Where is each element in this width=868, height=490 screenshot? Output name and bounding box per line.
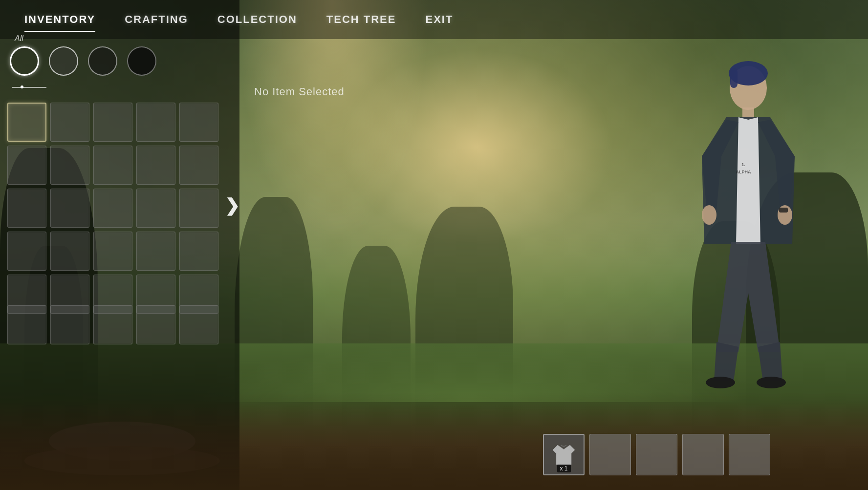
character-area: 1. ALPHA <box>648 49 819 391</box>
filter-active-underline <box>12 87 46 88</box>
nav-exit[interactable]: EXIT <box>411 8 468 31</box>
inv-slot-6[interactable] <box>50 146 89 185</box>
inv-slot-18[interactable] <box>136 232 175 271</box>
inv-slot-12[interactable] <box>93 189 132 228</box>
inv-slot-29[interactable] <box>179 305 218 344</box>
no-item-selected: No Item Selected <box>254 85 345 98</box>
svg-rect-2 <box>730 68 738 88</box>
equip-slot-count: x 1 <box>557 465 570 472</box>
equip-slot-main[interactable]: x 1 <box>543 434 585 475</box>
inv-slot-0[interactable] <box>7 103 46 142</box>
svg-text:ALPHA: ALPHA <box>736 170 751 174</box>
svg-text:1.: 1. <box>741 162 745 167</box>
inv-slot-2[interactable] <box>93 103 132 142</box>
inv-slot-4[interactable] <box>179 103 218 142</box>
inv-slot-8[interactable] <box>136 146 175 185</box>
filter-circle-all[interactable] <box>10 46 39 76</box>
svg-point-7 <box>757 377 786 388</box>
filter-circle-4[interactable] <box>127 46 156 76</box>
inv-slot-26[interactable] <box>50 305 89 344</box>
nav-collection[interactable]: COLLECTION <box>203 8 312 31</box>
equip-slot-5[interactable] <box>729 434 770 475</box>
next-page-arrow[interactable]: ❯ <box>225 195 239 216</box>
shirt-icon <box>550 443 577 467</box>
nav-inventory[interactable]: INVENTORY <box>10 8 110 31</box>
inv-slot-10[interactable] <box>7 189 46 228</box>
inv-slot-17[interactable] <box>93 232 132 271</box>
inv-slot-1[interactable] <box>50 103 89 142</box>
filter-active-dot <box>21 85 23 88</box>
filter-circle-3[interactable] <box>88 46 117 76</box>
inv-slot-14[interactable] <box>179 189 218 228</box>
bottom-slots: x 1 <box>543 434 770 475</box>
svg-rect-8 <box>779 208 788 213</box>
inv-slot-16[interactable] <box>50 232 89 271</box>
inv-slot-11[interactable] <box>50 189 89 228</box>
inv-slot-5[interactable] <box>7 146 46 185</box>
inventory-grid <box>7 103 218 314</box>
inventory-grid-extra <box>7 305 218 344</box>
svg-point-4 <box>702 205 716 225</box>
filter-circle-2[interactable] <box>49 46 78 76</box>
inv-slot-28[interactable] <box>136 305 175 344</box>
inv-slot-15[interactable] <box>7 232 46 271</box>
inv-slot-19[interactable] <box>179 232 218 271</box>
nav-tech-tree[interactable]: TECH TREE <box>312 8 411 31</box>
inv-slot-3[interactable] <box>136 103 175 142</box>
equip-slot-3[interactable] <box>636 434 677 475</box>
equip-slot-4[interactable] <box>682 434 724 475</box>
character-silhouette: 1. ALPHA <box>663 59 819 391</box>
inv-slot-25[interactable] <box>7 305 46 344</box>
filter-row: All <box>10 46 156 76</box>
inv-slot-13[interactable] <box>136 189 175 228</box>
inv-slot-27[interactable] <box>93 305 132 344</box>
filter-all-label: All <box>15 34 23 43</box>
equip-slot-2[interactable] <box>589 434 631 475</box>
nav-bar: INVENTORY CRAFTING COLLECTION TECH TREE … <box>0 0 868 39</box>
inv-slot-7[interactable] <box>93 146 132 185</box>
nav-crafting[interactable]: CRAFTING <box>110 8 203 31</box>
svg-point-6 <box>706 377 735 388</box>
inv-slot-9[interactable] <box>179 146 218 185</box>
